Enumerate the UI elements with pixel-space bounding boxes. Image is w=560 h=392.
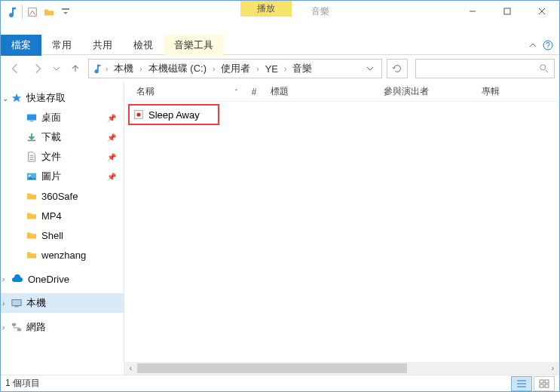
address-dropdown-button[interactable] <box>362 63 378 74</box>
tab-view[interactable]: 檢視 <box>123 35 164 56</box>
title-bar: 播放 音樂 <box>1 1 559 35</box>
minimize-button[interactable] <box>455 1 490 22</box>
sidebar-item-label: MP4 <box>41 210 62 222</box>
view-large-icons-button[interactable] <box>534 376 555 391</box>
separator <box>22 5 23 19</box>
crumb-drive[interactable]: 本機磁碟 (C:) <box>145 60 210 77</box>
sidebar-desktop[interactable]: 桌面 📌 <box>1 108 124 127</box>
file-item[interactable]: Sleep Away <box>130 106 217 123</box>
tab-file[interactable]: 檔案 <box>1 35 41 56</box>
cloud-icon <box>11 274 23 283</box>
collapse-icon[interactable]: ⌄ <box>2 94 8 103</box>
svg-text:?: ? <box>546 41 550 50</box>
scroll-thumb[interactable] <box>137 363 407 373</box>
content-pane: 名稱 ˆ # 標題 參與演出者 專輯 Sleep Away ‹ › <box>124 82 559 375</box>
sidebar-onedrive[interactable]: › OneDrive <box>1 269 124 289</box>
svg-rect-0 <box>29 8 37 17</box>
location-icon <box>92 63 103 74</box>
sidebar-item-label: wenzhang <box>41 250 86 261</box>
status-item-count: 1 個項目 <box>5 377 40 390</box>
scroll-track[interactable] <box>137 362 546 375</box>
chevron-right-icon[interactable]: › <box>104 65 109 73</box>
sort-asc-icon: ˆ <box>235 88 237 96</box>
sidebar-item-label: 下載 <box>41 130 61 144</box>
ribbon-expand-button[interactable] <box>529 41 537 49</box>
forward-button[interactable] <box>28 59 47 78</box>
sidebar-shell[interactable]: Shell <box>1 225 124 245</box>
column-artist[interactable]: 參與演出者 <box>378 82 476 101</box>
svg-rect-19 <box>540 384 543 387</box>
svg-rect-2 <box>504 8 510 14</box>
sidebar-item-label: 本機 <box>26 296 46 310</box>
sidebar-item-label: 桌面 <box>41 111 61 124</box>
back-button[interactable] <box>5 59 25 78</box>
search-input[interactable] <box>415 59 555 78</box>
chevron-right-icon[interactable]: › <box>283 65 288 73</box>
crumb-pc[interactable]: 本機 <box>111 60 136 77</box>
download-icon <box>26 132 37 142</box>
crumb-users[interactable]: 使用者 <box>218 60 253 77</box>
sidebar-network[interactable]: › 網路 <box>1 317 124 337</box>
horizontal-scrollbar[interactable]: ‹ › <box>124 362 559 375</box>
scroll-right-button[interactable]: › <box>546 362 559 375</box>
sidebar-this-pc[interactable]: › 本機 <box>1 293 124 313</box>
qat-properties-button[interactable] <box>24 4 41 20</box>
qat-customize-button[interactable] <box>57 4 74 20</box>
maximize-button[interactable] <box>490 1 525 22</box>
svg-rect-6 <box>27 115 36 121</box>
scroll-left-button[interactable]: ‹ <box>124 362 137 375</box>
tab-share[interactable]: 共用 <box>82 35 123 56</box>
pc-icon <box>11 298 22 308</box>
pin-icon: 📌 <box>107 153 116 161</box>
crumb-music[interactable]: 音樂 <box>289 60 315 77</box>
view-details-button[interactable] <box>511 376 532 391</box>
pin-icon: 📌 <box>107 133 116 142</box>
up-button[interactable] <box>66 59 85 78</box>
file-list[interactable]: Sleep Away <box>124 102 559 362</box>
column-number[interactable]: # <box>243 84 265 100</box>
help-button[interactable]: ? <box>543 40 553 51</box>
close-button[interactable] <box>525 1 559 22</box>
expand-icon[interactable]: › <box>2 275 5 283</box>
column-name[interactable]: 名稱 ˆ <box>130 82 243 101</box>
svg-rect-7 <box>29 121 33 121</box>
chevron-right-icon[interactable]: › <box>211 65 216 73</box>
crumb-user[interactable]: YE <box>262 62 281 76</box>
tab-home[interactable]: 常用 <box>41 35 82 56</box>
sidebar-item-label: OneDrive <box>28 274 69 285</box>
sidebar-item-label: 圖片 <box>41 170 61 183</box>
folder-icon <box>26 191 37 201</box>
network-icon <box>11 322 22 332</box>
document-icon <box>26 152 37 162</box>
expand-icon[interactable]: › <box>2 323 5 332</box>
column-title[interactable]: 標題 <box>265 82 378 101</box>
expand-icon[interactable]: › <box>2 299 5 308</box>
history-dropdown-button[interactable] <box>50 59 63 78</box>
sidebar-quick-access[interactable]: ⌄ 快速存取 <box>1 88 124 108</box>
ribbon-tabs: 檔案 常用 共用 檢視 音樂工具 ? <box>1 35 559 55</box>
column-name-label: 名稱 <box>136 85 155 98</box>
qat-folder-button[interactable] <box>41 4 57 20</box>
pin-icon: 📌 <box>107 173 116 181</box>
sidebar-wenzhang[interactable]: wenzhang <box>1 245 124 265</box>
sidebar-360safe[interactable]: 360Safe <box>1 186 124 206</box>
sidebar-mp4[interactable]: MP4 <box>1 206 124 225</box>
star-icon <box>11 93 22 103</box>
sidebar-item-label: 360Safe <box>41 191 78 202</box>
svg-rect-20 <box>545 384 549 387</box>
sidebar-downloads[interactable]: 下載 📌 <box>1 127 124 147</box>
refresh-button[interactable] <box>387 59 408 78</box>
svg-rect-1 <box>62 8 69 10</box>
svg-point-10 <box>29 175 31 177</box>
chevron-right-icon[interactable]: › <box>255 65 260 73</box>
address-bar[interactable]: › 本機 › 本機磁碟 (C:) › 使用者 › YE › 音樂 <box>88 59 382 78</box>
tab-music-tools[interactable]: 音樂工具 <box>164 35 224 56</box>
pictures-icon <box>26 171 37 182</box>
column-album[interactable]: 專輯 <box>476 82 559 101</box>
sidebar-documents[interactable]: 文件 📌 <box>1 147 124 167</box>
chevron-right-icon[interactable]: › <box>138 65 143 73</box>
sidebar-pictures[interactable]: 圖片 📌 <box>1 167 124 186</box>
desktop-icon <box>26 112 37 123</box>
file-name-label: Sleep Away <box>148 109 200 121</box>
window-title: 音樂 <box>311 4 329 18</box>
